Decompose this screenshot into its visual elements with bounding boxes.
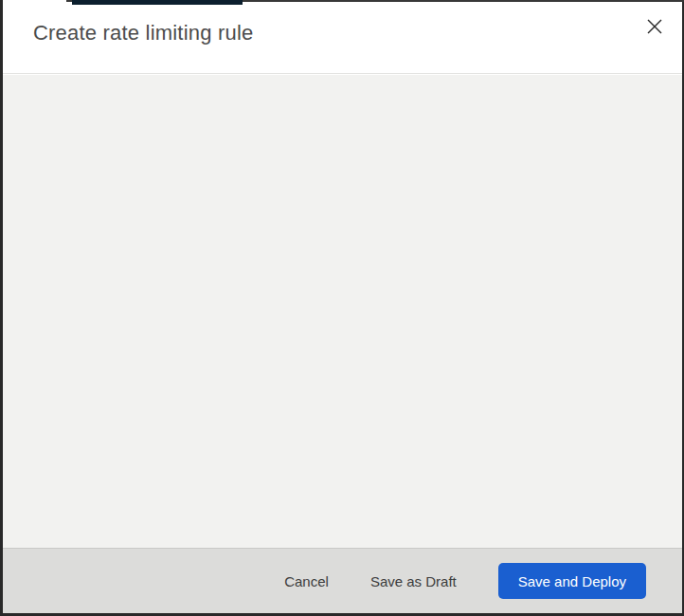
dialog-border-left — [0, 0, 3, 616]
top-accent-bar — [72, 0, 243, 5]
cancel-button[interactable]: Cancel — [284, 573, 329, 589]
dialog-body — [3, 75, 682, 548]
dialog-title: Create rate limiting rule — [33, 21, 253, 45]
create-rate-limiting-rule-dialog: Create rate limiting rule Rule Settings … — [0, 0, 684, 616]
dialog-header: Create rate limiting rule — [3, 0, 682, 74]
save-as-draft-button[interactable]: Save as Draft — [370, 573, 457, 589]
close-button[interactable] — [642, 14, 667, 39]
dialog-footer: Cancel Save as Draft Save and Deploy — [3, 548, 682, 613]
close-icon — [646, 18, 663, 35]
save-and-deploy-button[interactable]: Save and Deploy — [498, 563, 646, 599]
